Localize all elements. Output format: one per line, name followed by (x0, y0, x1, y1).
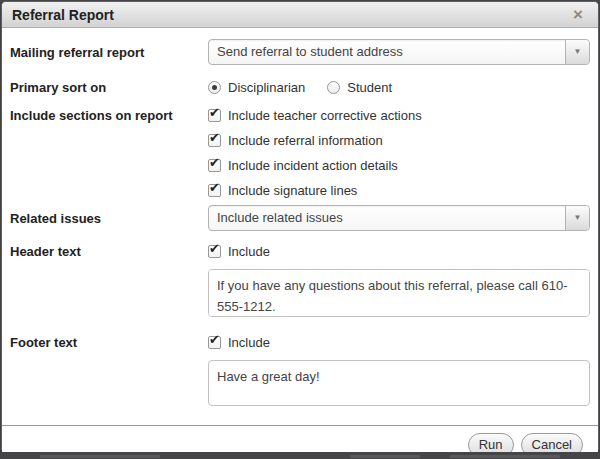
chevron-down-icon: ▼ (574, 48, 582, 56)
section-option-row: ✔ Include incident action details (208, 158, 590, 173)
section-option-row: ✔ Include signature lines (208, 183, 590, 198)
radio-student[interactable] (327, 81, 340, 94)
sections-label: Include sections on report (10, 108, 208, 123)
dialog-body: Mailing referral report Send referral to… (2, 28, 598, 406)
checkbox-signature-lines-label[interactable]: Include signature lines (228, 183, 357, 198)
primary-sort-label: Primary sort on (10, 80, 208, 95)
background-page-strip (0, 452, 600, 459)
checkbox-incident-action-details[interactable]: ✔ (208, 159, 221, 172)
related-issues-label: Related issues (10, 211, 208, 226)
referral-report-dialog: Referral Report × Mailing referral repor… (1, 1, 599, 452)
mailing-dropdown[interactable]: Send referral to student address ▼ (208, 39, 590, 65)
checkbox-teacher-corrective-actions-label[interactable]: Include teacher corrective actions (228, 108, 422, 123)
radio-disciplinarian[interactable] (208, 81, 221, 94)
mailing-row: Mailing referral report Send referral to… (10, 39, 590, 65)
chevron-down-icon: ▼ (574, 214, 582, 222)
check-icon: ✔ (209, 181, 220, 194)
background-artifact (40, 455, 160, 458)
check-icon: ✔ (209, 131, 220, 144)
radio-disciplinarian-label[interactable]: Disciplinarian (228, 80, 305, 95)
footer-text-input[interactable]: Have a great day! (208, 360, 590, 406)
check-icon: ✔ (209, 242, 220, 255)
check-icon: ✔ (209, 156, 220, 169)
related-issues-dropdown-button[interactable]: ▼ (565, 206, 589, 230)
header-text-row: Header text ✔ Include If you have any qu… (10, 244, 590, 317)
checkbox-incident-action-details-label[interactable]: Include incident action details (228, 158, 398, 173)
check-icon: ✔ (209, 333, 220, 346)
radio-student-label[interactable]: Student (347, 80, 392, 95)
dialog-title: Referral Report (12, 7, 570, 23)
footer-text-label: Footer text (10, 335, 208, 350)
close-icon[interactable]: × (570, 6, 586, 23)
mailing-dropdown-button[interactable]: ▼ (565, 40, 589, 64)
background-artifact (450, 455, 560, 458)
header-include-row: ✔ Include (208, 244, 590, 259)
primary-sort-row: Primary sort on Disciplinarian Student (10, 80, 590, 95)
dialog-titlebar: Referral Report × (2, 2, 598, 28)
related-issues-dropdown-value: Include related issues (217, 210, 343, 225)
checkbox-teacher-corrective-actions[interactable]: ✔ (208, 109, 221, 122)
footer-text-row: Footer text ✔ Include Have a great day! (10, 335, 590, 406)
background-artifact (350, 455, 420, 458)
sections-row: Include sections on report ✔ Include tea… (10, 108, 590, 198)
section-option-row: ✔ Include teacher corrective actions (208, 108, 590, 123)
section-option-row: ✔ Include referral information (208, 133, 590, 148)
checkbox-header-include[interactable]: ✔ (208, 245, 221, 258)
checkbox-referral-information[interactable]: ✔ (208, 134, 221, 147)
related-issues-row: Related issues Include related issues ▼ (10, 205, 590, 231)
checkbox-footer-include[interactable]: ✔ (208, 336, 221, 349)
mailing-label: Mailing referral report (10, 45, 208, 60)
checkbox-header-include-label[interactable]: Include (228, 244, 270, 259)
footer-include-row: ✔ Include (208, 335, 590, 350)
checkbox-footer-include-label[interactable]: Include (228, 335, 270, 350)
check-icon: ✔ (209, 106, 220, 119)
checkbox-signature-lines[interactable]: ✔ (208, 184, 221, 197)
header-text-input[interactable]: If you have any questions about this ref… (208, 269, 590, 317)
related-issues-dropdown[interactable]: Include related issues ▼ (208, 205, 590, 231)
checkbox-referral-information-label[interactable]: Include referral information (228, 133, 383, 148)
header-text-label: Header text (10, 244, 208, 259)
mailing-dropdown-value: Send referral to student address (217, 44, 403, 59)
